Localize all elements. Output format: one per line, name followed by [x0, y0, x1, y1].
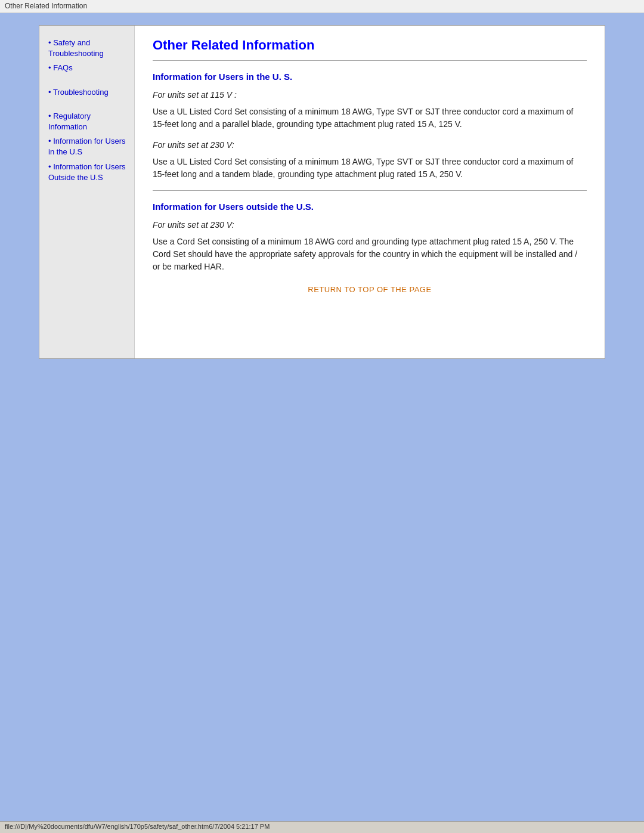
section2-title: Information for Users outside the U.S. — [153, 202, 587, 212]
divider-2 — [153, 190, 587, 191]
sidebar-item-safety[interactable]: Safety and Troubleshooting — [48, 38, 128, 59]
blue-bg-bottom — [0, 383, 644, 681]
status-bar: file:///D|/My%20documents/dfu/W7/english… — [0, 821, 644, 833]
title-bar: Other Related Information — [0, 0, 644, 13]
content-area: Other Related Information Information fo… — [135, 26, 605, 358]
section2-block1-label: For units set at 230 V: — [153, 220, 587, 230]
sidebar-item-troubleshooting[interactable]: Troubleshooting — [48, 87, 128, 98]
page-title: Other Related Information — [153, 38, 587, 53]
return-to-top-link[interactable]: RETURN TO TOP OF THE PAGE — [153, 285, 587, 294]
sidebar-item-info-us[interactable]: Information for Users in the U.S — [48, 136, 128, 157]
section1-block2-text: Use a UL Listed Cord Set consisting of a… — [153, 156, 587, 181]
title-bar-text: Other Related Information — [5, 2, 87, 10]
page-container: Safety and Troubleshooting FAQs Troubles… — [39, 25, 605, 359]
section1-block1-label: For units set at 115 V : — [153, 90, 587, 100]
main-wrapper: Safety and Troubleshooting FAQs Troubles… — [0, 13, 644, 383]
sidebar-item-info-outside[interactable]: Information for Users Outside the U.S — [48, 162, 128, 183]
status-bar-text: file:///D|/My%20documents/dfu/W7/english… — [5, 823, 270, 830]
section1-block1-text: Use a UL Listed Cord Set consisting of a… — [153, 106, 587, 131]
sidebar: Safety and Troubleshooting FAQs Troubles… — [39, 26, 135, 358]
section1-block2-label: For units set at 230 V: — [153, 140, 587, 150]
sidebar-item-faqs[interactable]: FAQs — [48, 63, 128, 73]
divider-1 — [153, 60, 587, 61]
section2-block1-text: Use a Cord Set consisting of a minimum 1… — [153, 236, 587, 273]
section1-title: Information for Users in the U. S. — [153, 72, 587, 82]
sidebar-item-regulatory[interactable]: Regulatory Information — [48, 111, 128, 132]
